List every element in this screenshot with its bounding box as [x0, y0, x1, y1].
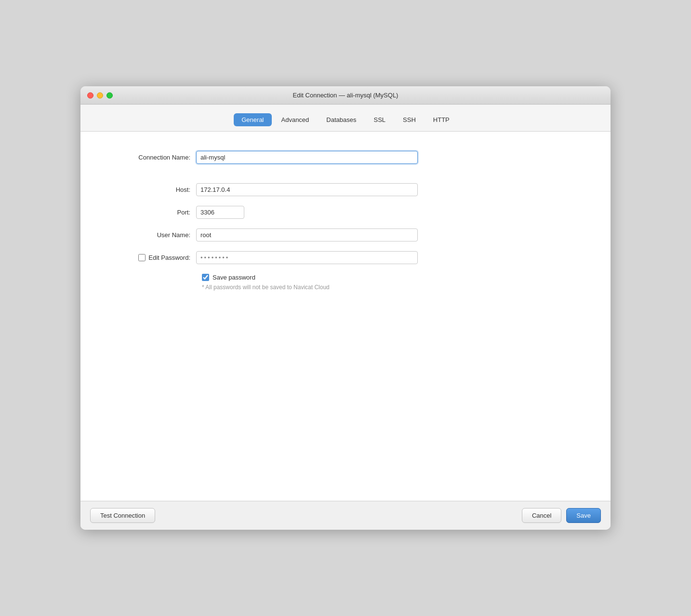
- window-title: Edit Connection — ali-mysql (MySQL): [293, 92, 399, 99]
- host-input[interactable]: [196, 183, 418, 196]
- edit-password-checkbox[interactable]: [138, 254, 146, 261]
- tab-advanced[interactable]: Advanced: [274, 113, 317, 126]
- port-row: Port:: [109, 206, 582, 219]
- edit-password-label: Edit Password:: [148, 254, 190, 261]
- close-button[interactable]: [87, 92, 93, 98]
- maximize-button[interactable]: [106, 92, 113, 98]
- form-container: Connection Name: Host: Port: User Name:: [80, 132, 611, 501]
- connection-name-label: Connection Name:: [109, 154, 196, 161]
- action-buttons: Cancel Save: [522, 508, 601, 523]
- connection-name-input[interactable]: [196, 151, 418, 164]
- edit-password-row: Edit Password:: [109, 251, 582, 264]
- username-input[interactable]: [196, 228, 418, 241]
- tab-ssh[interactable]: SSH: [395, 113, 424, 126]
- save-password-label: Save password: [213, 274, 255, 281]
- username-label: User Name:: [109, 231, 196, 239]
- tab-ssl[interactable]: SSL: [366, 113, 393, 126]
- username-row: User Name:: [109, 228, 582, 241]
- test-connection-button[interactable]: Test Connection: [90, 508, 155, 523]
- host-row: Host:: [109, 183, 582, 196]
- tab-databases[interactable]: Databases: [319, 113, 364, 126]
- password-input[interactable]: [196, 251, 418, 264]
- port-label: Port:: [109, 209, 196, 216]
- tab-bar: General Advanced Databases SSL SSH HTTP: [80, 105, 611, 132]
- cloud-notice: * All passwords will not be saved to Nav…: [202, 284, 582, 291]
- titlebar: Edit Connection — ali-mysql (MySQL): [80, 86, 611, 105]
- traffic-lights: [87, 92, 113, 98]
- save-button[interactable]: Save: [566, 508, 601, 523]
- bottom-bar: Test Connection Cancel Save: [80, 501, 611, 530]
- content-area: General Advanced Databases SSL SSH HTTP …: [80, 105, 611, 501]
- edit-password-label-area: Edit Password:: [109, 254, 196, 261]
- connection-name-row: Connection Name:: [109, 151, 582, 164]
- tab-http[interactable]: HTTP: [425, 113, 457, 126]
- port-input[interactable]: [196, 206, 244, 219]
- cancel-button[interactable]: Cancel: [522, 508, 561, 523]
- tab-general[interactable]: General: [234, 113, 271, 126]
- minimize-button[interactable]: [97, 92, 103, 98]
- save-password-row: Save password: [202, 274, 582, 281]
- save-password-checkbox[interactable]: [202, 274, 209, 281]
- host-label: Host:: [109, 186, 196, 193]
- main-window: Edit Connection — ali-mysql (MySQL) Gene…: [80, 86, 611, 530]
